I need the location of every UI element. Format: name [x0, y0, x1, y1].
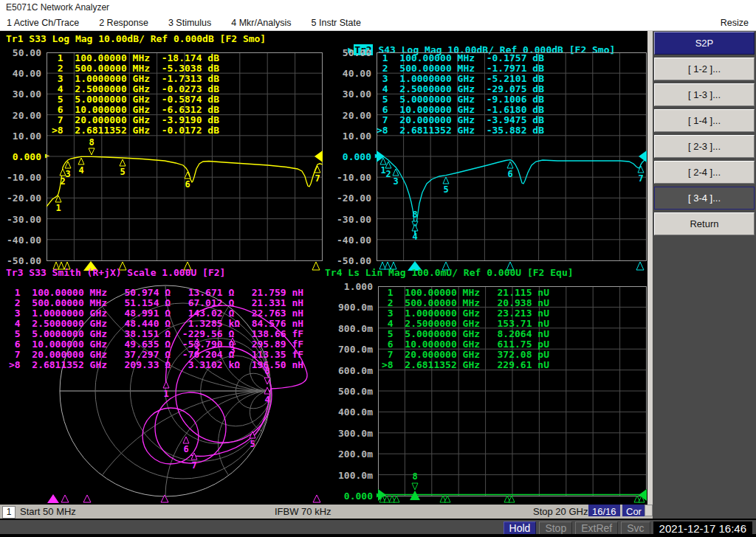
- axis-tick-label: -50.00: [0, 255, 41, 266]
- marker-row: 6 10.000000 GHz -1.6180 dB: [377, 105, 544, 115]
- softkey-1-2[interactable]: [ 1-2 ]...: [654, 58, 755, 80]
- axis-tick-label: 800.0m: [331, 323, 373, 333]
- tr1-marker-table: 1 100.00000 MHz -18.174 dB 2 500.00000 M…: [52, 53, 219, 136]
- svg-text:3: 3: [393, 176, 398, 187]
- tr3-axis-marker-ticks: [47, 494, 320, 503]
- axis-tick-label: -40.00: [0, 235, 41, 245]
- softkey-2-3[interactable]: [ 2-3 ]...: [654, 135, 755, 158]
- svg-text:6: 6: [183, 444, 188, 454]
- axis-tick-label: 200.0m: [331, 448, 373, 459]
- softkey-2-4[interactable]: [ 2-4 ]...: [654, 161, 755, 184]
- softkey-return[interactable]: Return: [654, 212, 755, 235]
- marker-row: >8 2.6811352 GHz -0.0172 dB: [52, 125, 219, 136]
- marker-row: 4 2.5000000 GHz -29.075 dB: [377, 84, 544, 94]
- axis-ref-label: 0.000▶: [330, 151, 371, 162]
- axis-tick-label: 900.0m: [331, 302, 373, 312]
- tr4-title[interactable]: Tr4 Ls Lin Mag 100.0mU/ Ref 0.000U [F2 E…: [325, 267, 574, 278]
- svg-text:8: 8: [412, 209, 417, 220]
- marker-row: 3 1.0000000 GHz -1.7313 dB: [52, 74, 219, 84]
- softkey-1-4[interactable]: [ 1-4 ]...: [654, 109, 755, 132]
- menu-active-ch-trace[interactable]: 1 Active Ch/Trace: [7, 18, 79, 28]
- svg-text:2: 2: [385, 169, 391, 179]
- tr1-ref-level-right-icon: [315, 150, 323, 162]
- tr4-y-axis: 1.000900.0m800.0m700.0m600.0m500.0m400.0…: [331, 281, 373, 501]
- svg-text:4: 4: [412, 232, 417, 242]
- marker-row: 7 20.000000 GHz -3.9190 dB: [52, 115, 219, 125]
- marker-row: >8 2.6811352 GHz -35.882 dB: [377, 125, 544, 136]
- axis-tick-label: 10.00: [0, 131, 41, 141]
- marker-row: 6 10.000000 GHz 611.75 pU: [382, 339, 549, 350]
- tr1-y-axis: 50.0040.0030.0020.0010.000.000▶-10.00-20…: [0, 47, 41, 266]
- svg-text:4: 4: [264, 395, 269, 405]
- axis-tick-label: 500.0m: [331, 386, 373, 396]
- marker-row: 2 500.00000 MHz -5.3038 dB: [52, 63, 219, 74]
- marker-row: 1 100.00000 MHz -0.1757 dB: [377, 53, 544, 63]
- marker-row: 6 10.000000 GHz 49.635 Ω -53.790 Ω 295.8…: [9, 339, 303, 350]
- marker-row: 1 100.00000 MHz -18.174 dB: [52, 53, 219, 63]
- axis-tick-label: 50.00: [0, 47, 41, 58]
- axis-tick-label: 600.0m: [331, 365, 373, 375]
- marker-row: 6 10.000000 GHz -6.6312 dB: [52, 105, 219, 115]
- svg-text:1: 1: [163, 389, 168, 399]
- tr1-title[interactable]: Tr1 S33 Log Mag 10.00dB/ Ref 0.000dB [F2…: [6, 33, 266, 44]
- axis-tick-label: -20.00: [330, 193, 371, 203]
- sweep-points-badge: 16/16: [588, 505, 620, 516]
- tr4-marker-table: 1 100.00000 MHz 21.115 nU 2 500.00000 MH…: [382, 288, 549, 370]
- menu-response[interactable]: 2 Response: [99, 18, 148, 28]
- menu-mkr-analysis[interactable]: 4 Mkr/Analysis: [231, 18, 291, 28]
- bottom-edge: [0, 534, 756, 537]
- marker-row: 2 500.00000 MHz 20.938 nU: [382, 298, 549, 308]
- start-frequency: Start 50 MHz: [20, 505, 76, 519]
- axis-tick-label: -50.00: [330, 255, 371, 266]
- axis-tick-label: -30.00: [330, 214, 371, 224]
- instrument-screen: Tr1 S33 Log Mag 10.00dB/ Ref 0.000dB [F2…: [0, 31, 653, 505]
- svg-text:4: 4: [78, 165, 83, 176]
- axis-tick-label: 100.0m: [331, 470, 373, 480]
- svg-text:6: 6: [507, 169, 512, 179]
- tr3-title[interactable]: Tr3 S33 Smith (R+jX) Scale 1.000U [F2]: [6, 267, 225, 278]
- channel-number-box: 1: [2, 506, 16, 519]
- stop-frequency: Stop 20 GHz: [533, 505, 588, 519]
- menu-stimulus[interactable]: 3 Stimulus: [168, 18, 211, 28]
- axis-tick-label: 10.00: [330, 131, 371, 141]
- marker-row: 2 500.00000 MHz 51.154 Ω 67.012 Ω 21.331…: [9, 298, 303, 308]
- axis-tick-label: 40.00: [330, 68, 371, 78]
- marker-row: 4 2.5000000 GHz 48.440 Ω 1.3285 kΩ 84.57…: [9, 319, 303, 329]
- system-bar: Hold Stop ExtRef Svc 2021-12-17 16:46: [0, 519, 756, 537]
- axis-tick-label: -20.00: [0, 193, 41, 203]
- ifbw-value: IFBW 70 kHz: [275, 505, 331, 519]
- axis-tick-label: 40.00: [0, 68, 41, 78]
- axis-ref-label: 0.000▶: [331, 491, 373, 501]
- menu-bar: 1 Active Ch/Trace 2 Response 3 Stimulus …: [0, 15, 756, 31]
- marker-row: 1 100.00000 MHz 21.115 nU: [382, 288, 549, 298]
- axis-tick-label: 300.0m: [331, 428, 373, 438]
- tr4-markers: [410, 483, 420, 500]
- axis-tick-label: 1.000: [331, 281, 373, 291]
- svg-text:5: 5: [443, 184, 448, 195]
- axis-tick-label: 700.0m: [331, 344, 373, 354]
- axis-ref-label: 0.000▶: [0, 151, 41, 162]
- softkey-header-s2p: S2P: [654, 32, 755, 55]
- tr2-y-axis: 50.0040.0030.0020.0010.000.000▶-10.00-20…: [330, 47, 371, 266]
- axis-tick-label: 50.00: [330, 47, 371, 58]
- softkey-3-4-active[interactable]: [ 3-4 ]...: [654, 187, 755, 209]
- svg-text:5: 5: [250, 439, 255, 449]
- status-bar: 1 Start 50 MHz IFBW 70 kHz Stop 20 GHz 1…: [0, 505, 653, 519]
- svg-text:7: 7: [638, 173, 643, 184]
- marker-row: >8 2.6811352 GHz 229.61 nU: [382, 360, 549, 370]
- menu-instr-state[interactable]: 5 Instr State: [312, 18, 361, 28]
- tr4-marker-labels: 8: [412, 471, 417, 482]
- marker-row: 3 1.0000000 GHz 23.213 nU: [382, 308, 549, 319]
- window-title: E5071C Network Analyzer: [6, 2, 109, 13]
- tr2-marker-table: 1 100.00000 MHz -0.1757 dB 2 500.00000 M…: [377, 53, 544, 136]
- softkey-1-3[interactable]: [ 1-3 ]...: [654, 83, 755, 106]
- marker-row: 1 100.00000 MHz 50.974 Ω 13.671 Ω 21.759…: [9, 288, 303, 298]
- marker-row: 7 20.000000 GHz 372.08 pU: [382, 350, 549, 360]
- marker-row: 2 500.00000 MHz -1.7971 dB: [377, 63, 544, 74]
- axis-tick-label: 30.00: [0, 89, 41, 99]
- tr3-marker-table: 1 100.00000 MHz 50.974 Ω 13.671 Ω 21.759…: [9, 288, 303, 370]
- marker-row: 7 20.000000 GHz 37.297 Ω -70.204 Ω 113.3…: [9, 350, 303, 360]
- correction-badge: Cor: [622, 505, 645, 516]
- axis-tick-label: 20.00: [0, 110, 41, 120]
- resize-control[interactable]: Resize: [721, 18, 756, 28]
